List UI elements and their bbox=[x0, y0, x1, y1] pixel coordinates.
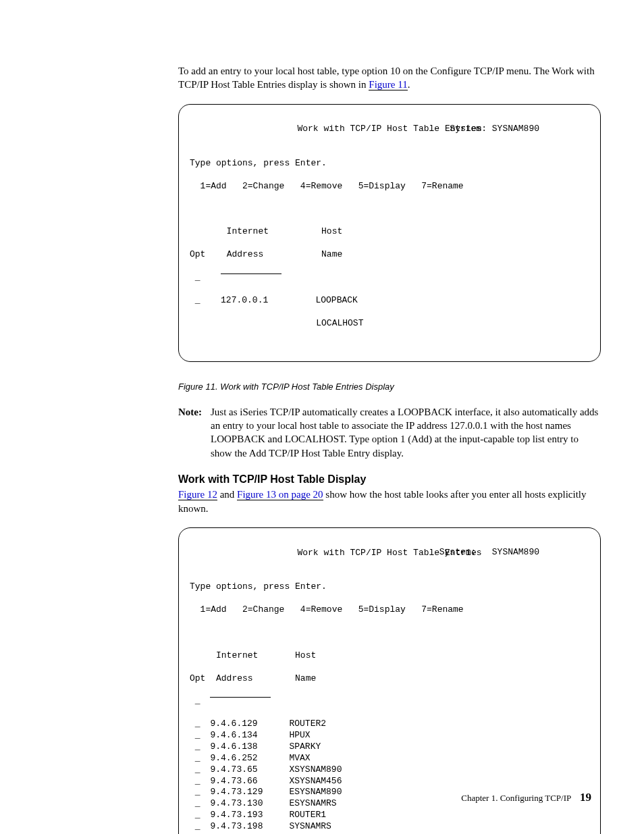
table-row: _ 9.4.6.138 SPARKY bbox=[190, 741, 589, 753]
col-head-2: Opt Address Name bbox=[190, 249, 589, 261]
intro-text-b: . bbox=[408, 79, 410, 90]
opt-field[interactable]: _ bbox=[195, 821, 200, 833]
link-figure-12[interactable]: Figure 12 bbox=[178, 489, 217, 500]
col-head-1: Internet Host bbox=[190, 650, 589, 662]
intro-paragraph: To add an entry to your local host table… bbox=[178, 64, 601, 92]
opt-field[interactable]: _ bbox=[195, 753, 200, 764]
opt-field[interactable]: _ bbox=[195, 787, 200, 798]
table-row: _ 9.4.73.66 XSYSNAM456 bbox=[190, 776, 589, 787]
instruction-line: Type options, press Enter. bbox=[190, 158, 589, 170]
table-row: _ 9.4.6.134 HPUX bbox=[190, 730, 589, 741]
opt-field[interactable]: _ bbox=[195, 696, 200, 707]
data-row: _ 127.0.0.1 LOOPBACK bbox=[190, 295, 589, 307]
options-line: 1=Add 2=Change 4=Remove 5=Display 7=Rena… bbox=[190, 604, 589, 616]
system-indicator: System: SYSNAM890 bbox=[450, 124, 539, 135]
address-input-field[interactable] bbox=[210, 697, 271, 699]
section-paragraph: Figure 12 and Figure 13 on page 20 show … bbox=[178, 488, 601, 515]
data-row-cont: LOCALHOST bbox=[190, 318, 589, 330]
opt-field[interactable]: _ bbox=[195, 730, 200, 741]
opt-field[interactable]: _ bbox=[195, 295, 200, 307]
opt-field[interactable]: _ bbox=[195, 272, 200, 284]
input-row[interactable]: _ bbox=[190, 696, 589, 707]
opt-field[interactable]: _ bbox=[195, 798, 200, 810]
opt-field[interactable]: _ bbox=[195, 776, 200, 787]
col-head-2: Opt Address Name bbox=[190, 673, 589, 685]
terminal-screen-figure-12: Work with TCP/IP Host Table Entries Syst… bbox=[178, 527, 601, 834]
options-line: 1=Add 2=Change 4=Remove 5=Display 7=Rena… bbox=[190, 181, 589, 192]
col-head-1: Internet Host bbox=[190, 226, 589, 238]
blank-line bbox=[190, 627, 589, 639]
note-body: Just as iSeries TCP/IP automatically cre… bbox=[178, 405, 601, 460]
link-figure-13[interactable]: Figure 13 on page 20 bbox=[237, 489, 323, 500]
table-row: _ 9.4.73.65 XSYSNAM890 bbox=[190, 764, 589, 776]
table-row: _ 9.4.73.193 ROUTER1 bbox=[190, 810, 589, 821]
page-footer: Chapter 1. Configuring TCP/IP 19 bbox=[461, 790, 591, 806]
blank-line bbox=[190, 204, 589, 215]
figure-11-caption: Figure 11. Work with TCP/IP Host Table E… bbox=[178, 381, 601, 393]
chapter-label: Chapter 1. Configuring TCP/IP bbox=[461, 793, 571, 803]
instruction-line: Type options, press Enter. bbox=[190, 581, 589, 593]
address-input-field[interactable] bbox=[221, 273, 281, 276]
note-label: Note: bbox=[178, 407, 202, 417]
terminal-screen-figure-11: Work with TCP/IP Host Table Entries Syst… bbox=[178, 104, 601, 363]
section-heading: Work with TCP/IP Host Table Display bbox=[178, 472, 601, 487]
page-number: 19 bbox=[580, 791, 591, 804]
input-row[interactable]: _ bbox=[190, 272, 589, 284]
opt-field[interactable]: _ bbox=[195, 719, 200, 730]
note-block: Note: Just as iSeries TCP/IP automatical… bbox=[178, 405, 601, 460]
table-row: _ 9.4.6.129 ROUTER2 bbox=[190, 719, 589, 730]
link-figure-11[interactable]: Figure 11 bbox=[369, 79, 407, 90]
table-row: _ 9.4.6.252 MVAX bbox=[190, 753, 589, 764]
opt-field[interactable]: _ bbox=[195, 764, 200, 776]
table-row: _ 9.4.73.198 SYSNAMRS bbox=[190, 821, 589, 833]
opt-field[interactable]: _ bbox=[195, 810, 200, 821]
system-indicator: System: SYSNAM890 bbox=[439, 547, 539, 558]
opt-field[interactable]: _ bbox=[195, 741, 200, 753]
